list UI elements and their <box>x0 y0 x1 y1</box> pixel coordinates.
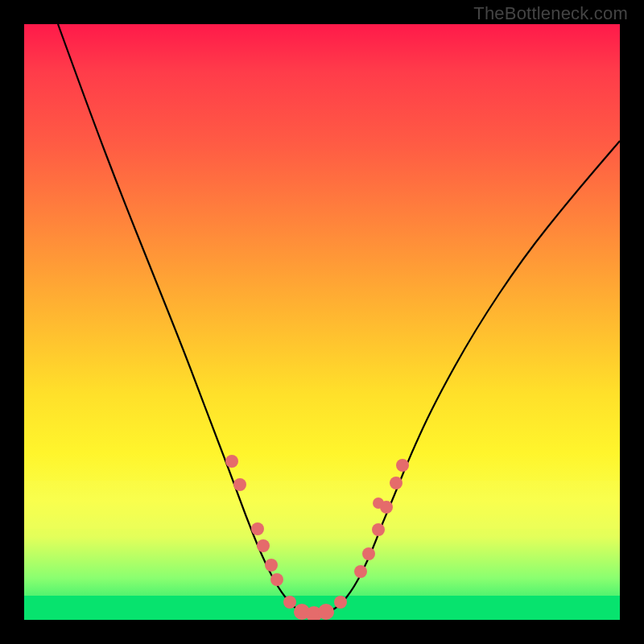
plot-area <box>24 24 620 620</box>
chart-frame: TheBottleneck.com <box>0 0 644 644</box>
highlight-band <box>24 481 620 529</box>
watermark-label: TheBottleneck.com <box>473 3 628 24</box>
optimal-band <box>24 596 620 620</box>
